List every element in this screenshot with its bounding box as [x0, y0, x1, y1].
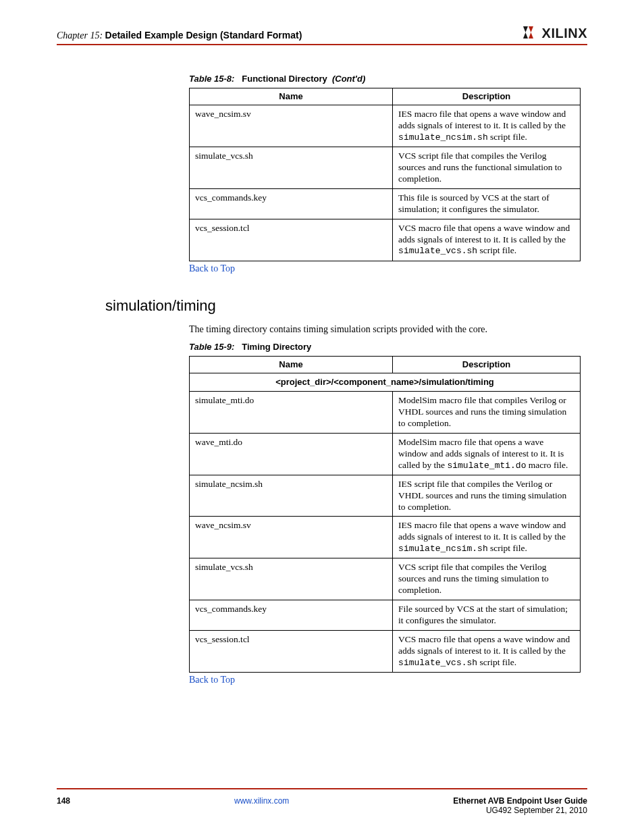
table2-caption: Table 15-9: Timing Directory — [189, 342, 587, 352]
table-row: wave_mti.doModelSim macro file that open… — [190, 433, 581, 475]
file-name-cell: vcs_session.tcl — [190, 630, 393, 672]
svg-marker-1 — [523, 32, 528, 38]
file-name-cell: wave_ncsim.sv — [190, 105, 393, 147]
description-cell: VCS script file that compiles the Verilo… — [393, 558, 581, 600]
table1-caption-suffix: (Cont'd) — [332, 74, 365, 84]
table-header-row: Name Description — [190, 88, 581, 105]
table-row: simulate_mti.doModelSim macro file that … — [190, 392, 581, 434]
file-name-cell: simulate_ncsim.sh — [190, 475, 393, 517]
footer-doc-title: Ethernet AVB Endpoint User Guide — [453, 796, 587, 806]
table2-caption-title: Timing Directory — [242, 342, 311, 352]
page-header: Chapter 15: Detailed Example Design (Sta… — [57, 26, 587, 45]
table-row: vcs_session.tclVCS macro file that opens… — [190, 219, 581, 261]
footer-rule — [57, 788, 587, 789]
file-name-cell: simulate_vcs.sh — [190, 147, 393, 189]
table2-col-desc: Description — [393, 356, 581, 373]
description-cell: VCS script file that compiles the Verilo… — [393, 147, 581, 189]
back-to-top-link-2[interactable]: Back to Top — [189, 675, 235, 685]
chapter-breadcrumb: Chapter 15: Detailed Example Design (Sta… — [57, 30, 302, 41]
functional-directory-table: Name Description wave_ncsim.svIES macro … — [189, 88, 581, 261]
file-name-cell: simulate_mti.do — [190, 392, 393, 434]
table1-col-desc: Description — [393, 88, 581, 105]
table2-caption-prefix: Table 15-9: — [189, 342, 234, 352]
table-row: vcs_commands.keyFile sourced by VCS at t… — [190, 600, 581, 631]
svg-marker-3 — [529, 32, 533, 38]
description-cell: This file is sourced by VCS at the start… — [393, 188, 581, 219]
code-span: simulate_ncsim.sh — [398, 132, 488, 142]
table-row: <project_dir>/<component_name>/simulatio… — [190, 373, 581, 391]
file-name-cell: wave_mti.do — [190, 433, 393, 475]
description-cell: VCS macro file that opens a wave window … — [393, 630, 581, 672]
table1-caption-prefix: Table 15-8: — [189, 74, 234, 84]
description-cell: ModelSim macro file that opens a wave wi… — [393, 433, 581, 475]
table2-section-header: <project_dir>/<component_name>/simulatio… — [190, 373, 581, 391]
chapter-label: Chapter 15: — [57, 30, 103, 41]
section-heading: simulation/timing — [105, 297, 587, 315]
code-span: simulate_mti.do — [447, 461, 526, 471]
table-row: wave_ncsim.svIES macro file that opens a… — [190, 105, 581, 147]
xilinx-logo-icon — [523, 26, 538, 41]
code-span: simulate_vcs.sh — [398, 658, 477, 668]
table-header-row: Name Description — [190, 356, 581, 373]
table1-caption-title: Functional Directory — [242, 74, 327, 84]
code-span: simulate_ncsim.sh — [398, 544, 488, 554]
description-cell: VCS macro file that opens a wave window … — [393, 219, 581, 261]
chapter-title: Detailed Example Design (Standard Format… — [105, 30, 302, 41]
table-row: vcs_commands.keyThis file is sourced by … — [190, 188, 581, 219]
table-row: simulate_ncsim.shIES script file that co… — [190, 475, 581, 517]
back-to-top-link-1[interactable]: Back to Top — [189, 263, 235, 274]
svg-marker-2 — [529, 26, 533, 32]
file-name-cell: vcs_commands.key — [190, 600, 393, 631]
vendor-logo: XILINX — [523, 26, 587, 41]
file-name-cell: vcs_session.tcl — [190, 219, 393, 261]
footer-doc-sub: UG492 September 21, 2010 — [486, 806, 587, 815]
file-name-cell: vcs_commands.key — [190, 188, 393, 219]
section-intro: The timing directory contains timing sim… — [189, 324, 587, 335]
description-cell: IES macro file that opens a wave window … — [393, 105, 581, 147]
code-span: simulate_vcs.sh — [398, 246, 477, 256]
page-number: 148 — [57, 796, 70, 806]
footer-right: Ethernet AVB Endpoint User Guide UG492 S… — [453, 796, 587, 815]
timing-directory-table: Name Description <project_dir>/<componen… — [189, 356, 581, 673]
table2-col-name: Name — [190, 356, 393, 373]
table-row: simulate_vcs.shVCS script file that comp… — [190, 147, 581, 189]
table1-caption: Table 15-8: Functional Directory (Cont'd… — [189, 74, 587, 84]
table-row: simulate_vcs.shVCS script file that comp… — [190, 558, 581, 600]
description-cell: IES script file that compiles the Verilo… — [393, 475, 581, 517]
file-name-cell: wave_ncsim.sv — [190, 517, 393, 558]
table1-col-name: Name — [190, 88, 393, 105]
table-row: vcs_session.tclVCS macro file that opens… — [190, 630, 581, 672]
description-cell: ModelSim macro file that compiles Verilo… — [393, 392, 581, 434]
footer-url[interactable]: www.xilinx.com — [234, 796, 289, 806]
page-footer: 148 www.xilinx.com Ethernet AVB Endpoint… — [57, 796, 587, 815]
file-name-cell: simulate_vcs.sh — [190, 558, 393, 600]
svg-marker-0 — [523, 26, 528, 32]
vendor-logo-text: XILINX — [542, 26, 587, 41]
description-cell: IES macro file that opens a wave window … — [393, 517, 581, 558]
description-cell: File sourced by VCS at the start of simu… — [393, 600, 581, 631]
table-row: wave_ncsim.svIES macro file that opens a… — [190, 517, 581, 558]
